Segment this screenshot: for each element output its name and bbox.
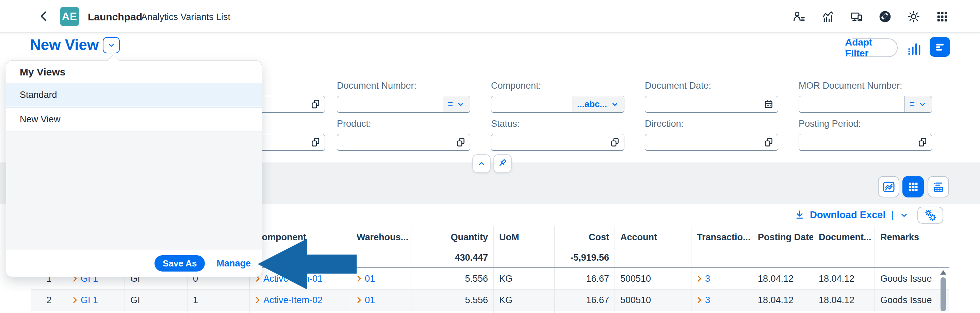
total-value: -5,919.56	[570, 253, 609, 263]
chart-table-view-button[interactable]	[928, 176, 949, 198]
filter-field-label: Status:	[491, 119, 624, 129]
save-as-button[interactable]: Save As	[154, 255, 205, 272]
chevron-down-icon	[456, 100, 465, 109]
insights-button[interactable]	[821, 10, 834, 23]
user-settings-button[interactable]	[793, 10, 806, 23]
globe-button[interactable]	[878, 10, 891, 23]
cell-link[interactable]: Active-Item-01	[255, 273, 323, 284]
filter-input[interactable]	[645, 134, 778, 151]
download-excel-button[interactable]: Download Excel |	[794, 209, 909, 221]
column-header[interactable]: Remarks	[875, 226, 935, 248]
filter-operator-button[interactable]: =	[443, 96, 470, 112]
value-help-icon	[310, 137, 321, 148]
back-button[interactable]	[35, 8, 52, 24]
column-header[interactable]: Warehous...	[351, 226, 411, 248]
chart-view-icon	[882, 180, 896, 194]
table-view-icon	[907, 180, 920, 194]
filter-input[interactable]: =	[799, 96, 932, 113]
cell-link[interactable]: 01	[356, 295, 375, 305]
vertical-scrollbar[interactable]	[940, 270, 947, 313]
view-title-dropdown-button[interactable]	[103, 37, 120, 53]
popup-footer: Save As Manage	[6, 250, 262, 277]
filter-operator-button[interactable]: =	[904, 96, 932, 112]
table-row: 2GI 1GI1Active-Item-02015.556KG16.675005…	[31, 289, 950, 311]
cell-link-label: 01	[365, 273, 375, 284]
popup-view-list: StandardNew View	[6, 83, 262, 131]
column-header[interactable]: Component	[250, 226, 351, 248]
filter-input-box[interactable]	[337, 134, 470, 150]
view-list-item[interactable]: New View	[6, 107, 262, 131]
column-header[interactable]: UoM	[494, 226, 555, 248]
cell-link[interactable]: GI 1	[73, 295, 98, 305]
app-logo[interactable]: AE	[60, 7, 79, 26]
totals-cell: 430.447	[411, 248, 494, 267]
table-cell: 18.04.12	[752, 268, 813, 289]
filter-input[interactable]	[645, 96, 778, 113]
filter-input-box[interactable]	[337, 96, 443, 112]
view-title[interactable]: New View	[30, 36, 99, 53]
value-help-icon	[609, 137, 620, 148]
manage-link[interactable]: Manage	[216, 258, 251, 269]
table-cell: 1	[188, 289, 250, 311]
table-view-button[interactable]	[902, 176, 924, 198]
chevron-right-icon	[73, 296, 78, 304]
chevron-right-icon	[697, 275, 702, 282]
theme-button[interactable]	[907, 10, 920, 23]
cell-link[interactable]: Active-Item-02	[255, 295, 323, 305]
devices-button[interactable]	[850, 10, 863, 23]
column-header-label: UoM	[499, 232, 519, 243]
filter-input[interactable]	[799, 134, 932, 151]
filter-field: Document Date:	[645, 81, 778, 113]
column-header[interactable]: Posting Date	[752, 226, 813, 248]
filter-operator-button[interactable]: ...abc...	[572, 96, 624, 112]
totals-cell	[250, 248, 351, 267]
app-grid-icon	[936, 10, 949, 23]
cell-link[interactable]: 3	[697, 273, 710, 284]
filter-input-box[interactable]	[645, 134, 778, 150]
cell-link[interactable]: 3	[697, 295, 710, 305]
adapt-filter-button[interactable]: Adapt Filter	[845, 38, 898, 57]
cell-value: Goods Issue	[880, 295, 932, 305]
user-settings-icon	[793, 10, 806, 23]
shell-bar: AE Launchpad Analytics Variants List	[0, 0, 980, 33]
table-settings-button[interactable]	[917, 207, 943, 224]
cell-link-label: 3	[705, 273, 710, 284]
filter-bar-toggle-button[interactable]	[930, 37, 950, 57]
chart-mode-button[interactable]	[905, 38, 924, 57]
chevron-down-icon	[107, 40, 116, 50]
column-header[interactable]: Document...	[813, 226, 875, 248]
filter-input-box[interactable]	[799, 96, 904, 112]
filter-input-box[interactable]	[492, 96, 572, 112]
chart-table-view-icon	[932, 180, 945, 194]
cell-link[interactable]: 01	[356, 273, 375, 284]
column-header[interactable]: Account	[615, 226, 692, 248]
filter-input-box[interactable]	[799, 134, 932, 150]
filter-input[interactable]	[337, 134, 470, 151]
filter-field: Document Number:=	[337, 81, 470, 113]
cell-value: 500510	[620, 273, 651, 284]
filter-input-box[interactable]	[492, 134, 624, 150]
chevron-right-icon	[255, 296, 260, 304]
view-list-item[interactable]: Standard	[6, 83, 262, 107]
scroll-up-arrow[interactable]	[940, 270, 946, 275]
filter-input-box[interactable]	[645, 96, 778, 112]
chart-view-button[interactable]	[878, 176, 899, 198]
download-icon	[794, 209, 805, 221]
table-cell: Goods Issue	[875, 268, 935, 289]
column-header[interactable]: Quantity	[411, 226, 494, 248]
column-header[interactable]: Transactio...	[692, 226, 752, 248]
column-header[interactable]: Cost	[555, 226, 615, 248]
filter-input[interactable]: =	[337, 96, 470, 113]
app-finder-button[interactable]	[936, 10, 949, 23]
cell-value: Goods Issue	[880, 273, 932, 284]
scrollbar-thumb[interactable]	[940, 277, 946, 311]
filter-input[interactable]	[491, 134, 624, 151]
cell-value: 5.556	[465, 273, 488, 284]
cell-link-label: 01	[365, 295, 375, 305]
pin-filter-button[interactable]	[493, 154, 512, 172]
table-cell: 5.556	[411, 268, 494, 289]
filter-input[interactable]: ...abc...	[491, 96, 624, 113]
collapse-filter-button[interactable]	[472, 154, 491, 172]
table-cell: Goods Issue	[875, 289, 935, 311]
cell-link-label: Active-Item-01	[263, 273, 323, 284]
